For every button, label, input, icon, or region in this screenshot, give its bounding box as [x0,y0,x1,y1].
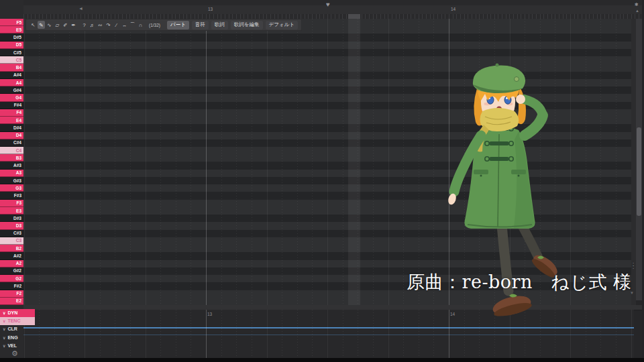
bar-line [449,19,449,305]
scrollbar-thumb[interactable] [637,127,641,216]
tie-icon[interactable]: ∾ [97,21,104,29]
playhead-heart-icon[interactable]: ♥ [326,0,330,9]
grid-line [312,310,313,358]
grid-line [555,19,555,305]
eraser-tool[interactable]: ▱ [54,21,61,29]
help-icon[interactable]: ? [80,21,88,29]
stretch-icon[interactable]: ↔ [121,21,128,29]
grid-line [403,19,404,305]
grid-line [479,310,480,358]
grid-line [327,19,328,305]
settings-gear-icon[interactable]: ⚙ [11,349,18,358]
bar-line [206,19,207,305]
grid-line [616,310,616,358]
tick-strip[interactable] [23,14,644,19]
playhead-column [348,19,360,305]
grid-line [586,310,586,358]
grid-line [586,19,586,305]
grid-line [267,19,268,305]
bar-ruler[interactable]: ◄ 1314 [23,5,644,15]
grid-line [252,310,252,358]
grid-line [130,19,131,305]
param-lane-label: CLR [7,326,17,331]
grid-line [540,19,541,305]
scroll-up-icon[interactable]: ▲ [635,9,639,13]
chevron-down-icon[interactable]: ∨ [3,310,5,315]
window-bottom-strip [0,358,644,362]
chevron-down-icon[interactable]: ∨ [3,335,5,340]
param-lane-tenc[interactable]: ∨TENC [0,317,35,325]
grid-line [570,310,571,358]
grid-line [54,19,55,305]
grid-line [221,310,222,358]
grid-line [433,19,434,305]
portamento-icon[interactable]: ↷ [105,21,112,29]
mode-button-パート[interactable]: パート [167,21,189,29]
param-lane-label: DYN [7,310,17,315]
chevron-down-icon[interactable]: ∨ [3,326,5,331]
mode-button-group: パート音符歌詞歌詞を編集デフォルト [165,21,298,29]
zoom-dots-control[interactable]: ⁚⁚ [631,263,636,269]
mode-button-音符[interactable]: 音符 [192,21,209,29]
grid-line [297,310,298,358]
grid-line [282,19,282,305]
grid-line [282,310,282,358]
slash-icon[interactable]: ⁄ [113,21,120,29]
grid-line [600,19,601,305]
note-tool-group: ?♬∾↷⁄↔⌒∩ [80,21,144,29]
arc-icon[interactable]: ⌒ [129,21,136,29]
grid-line [312,19,313,305]
grid-line [191,310,191,358]
param-lane-label: ENG [7,335,17,340]
back-arrow-icon[interactable]: ◄ [78,6,83,11]
grid-line [343,19,343,305]
grid-line [494,310,495,358]
mode-button-デフォルト[interactable]: デフォルト [266,21,298,29]
grid-line [236,310,237,358]
grid-line [373,19,374,305]
param-lane-eng[interactable]: ∨ENG [0,333,35,341]
grid-line [146,310,146,358]
chevron-down-icon[interactable]: ∨ [3,343,5,348]
mode-button-歌詞を編集[interactable]: 歌詞を編集 [231,21,263,29]
grid-line [267,310,268,358]
grid-line [510,310,511,358]
grid-line [464,19,465,305]
bar-line [206,310,207,358]
param-lane-vel[interactable]: ∨VEL [0,341,35,349]
grid-line [464,310,465,358]
parameter-graph[interactable]: 1314 [23,310,634,358]
grid-line [358,310,358,358]
grid-line [570,19,571,305]
magnet-icon[interactable]: ∩ [137,21,144,29]
param-lane-clr[interactable]: ∨CLR [0,325,35,333]
vertical-scrollbar[interactable] [636,19,642,300]
mode-button-歌詞[interactable]: 歌詞 [211,21,228,29]
grid-line [115,310,115,358]
grid-line [176,19,176,305]
param-lane-dyn[interactable]: ∨DYN [0,309,35,317]
grid-line [176,310,176,358]
settings-flower-icon[interactable]: ✱ [635,2,639,7]
edit-toolbar: ↖✎∿▱✐✒ ?♬∾↷⁄↔⌒∩ (1/32) パート音符歌詞歌詞を編集デフォルト [25,19,302,31]
brush-tool[interactable]: ✐ [62,21,69,29]
line-tool[interactable]: ∿ [46,21,53,29]
grid-line [115,19,115,305]
note-icon[interactable]: ♬ [89,21,96,29]
grid-line [100,310,101,358]
bar-number: 13 [208,7,213,11]
grid-line [146,19,146,305]
pen-tool[interactable]: ✒ [70,21,77,29]
credit-text: 原曲：re-born ねじ式 様 [407,270,632,294]
grid-line [252,19,252,305]
grid-line [343,310,343,358]
quantize-value[interactable]: (1/32) [148,23,162,27]
param-bar-number: 13 [207,312,212,316]
grid-line [69,19,70,305]
chevron-down-icon[interactable]: ∨ [3,318,5,323]
grid-line [419,19,419,305]
playhead-thumb[interactable] [348,14,360,19]
note-grid-lines [23,19,631,305]
window-top-strip [0,0,644,5]
grid-line [373,310,374,358]
